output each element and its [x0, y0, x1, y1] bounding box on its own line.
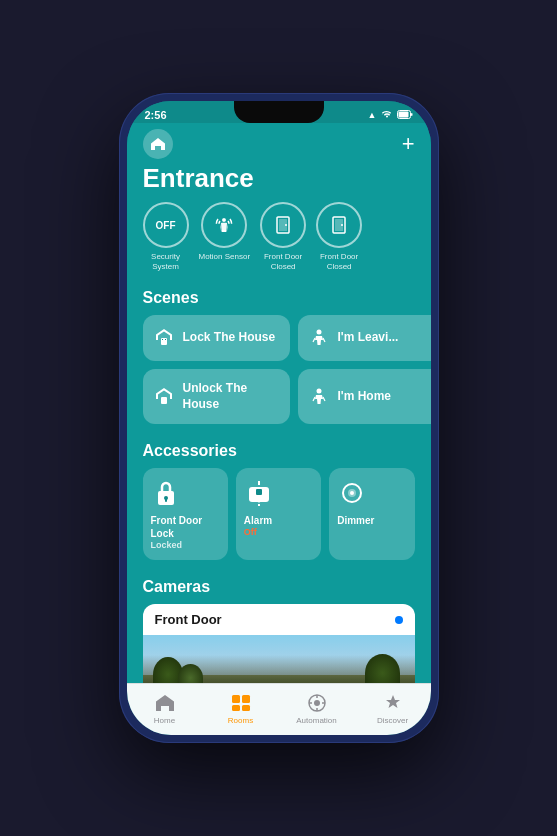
door1-label: Front DoorClosed — [264, 252, 302, 271]
accessory-dimmer[interactable]: Dimmer — [329, 468, 414, 560]
device-circle-door1[interactable] — [260, 202, 306, 248]
camera-front-door[interactable]: Front Door — [143, 604, 415, 683]
tab-discover-label: Discover — [377, 716, 408, 725]
security-status: OFF — [156, 220, 176, 231]
camera-preview — [143, 635, 415, 683]
tab-discover-icon — [382, 692, 404, 714]
scenes-grid: Lock The House I'm Leavi... — [143, 315, 431, 424]
dimmer-name: Dimmer — [337, 514, 374, 527]
svg-point-22 — [350, 491, 354, 495]
device-front-door-1[interactable]: Front DoorClosed — [260, 202, 306, 271]
svg-rect-24 — [242, 695, 250, 703]
svg-rect-23 — [232, 695, 240, 703]
svg-point-9 — [341, 224, 343, 226]
phone-notch — [234, 101, 324, 123]
svg-rect-18 — [256, 489, 262, 495]
svg-rect-10 — [161, 338, 167, 345]
scene-lock-house[interactable]: Lock The House — [143, 315, 290, 361]
unlock-house-icon — [153, 386, 175, 408]
device-circle-door2[interactable] — [316, 202, 362, 248]
svg-rect-26 — [242, 705, 250, 711]
tab-discover[interactable]: Discover — [355, 692, 431, 725]
main-scroll[interactable]: + Entrance OFF SecuritySystem — [127, 123, 431, 683]
svg-point-19 — [257, 500, 260, 503]
device-circle-security[interactable]: OFF — [143, 202, 189, 248]
header-bar: + — [127, 123, 431, 159]
lock-house-label: Lock The House — [183, 330, 276, 346]
tab-rooms[interactable]: Rooms — [203, 692, 279, 725]
accessory-alarm[interactable]: Alarm Off — [236, 468, 321, 560]
svg-point-11 — [316, 330, 321, 335]
tab-rooms-icon — [230, 692, 252, 714]
lock-house-icon — [153, 327, 175, 349]
device-security[interactable]: OFF SecuritySystem — [143, 202, 189, 271]
tab-rooms-label: Rooms — [228, 716, 253, 725]
home-nav-button[interactable] — [143, 129, 173, 159]
camera-header: Front Door — [143, 604, 415, 635]
cameras-title: Cameras — [127, 572, 431, 604]
tab-bar: Home Rooms — [127, 683, 431, 735]
scene-im-home[interactable]: I'm Home — [298, 369, 431, 424]
camera-live-dot — [395, 616, 403, 624]
cameras-section: Front Door — [127, 604, 431, 683]
svg-rect-1 — [398, 111, 408, 117]
tab-automation-icon — [306, 692, 328, 714]
alarm-name: Alarm — [244, 514, 272, 527]
home-icon — [308, 386, 330, 408]
accessory-front-door-lock[interactable]: Front DoorLock Locked — [143, 468, 228, 560]
svg-rect-2 — [411, 113, 413, 116]
tab-automation[interactable]: Automation — [279, 692, 355, 725]
svg-rect-12 — [161, 397, 167, 404]
lock-name: Front DoorLock — [151, 514, 203, 540]
unlock-house-label: Unlock The House — [183, 381, 280, 412]
tab-home-label: Home — [154, 716, 175, 725]
device-front-door-2[interactable]: Front DoorClosed — [316, 202, 362, 271]
status-icons: ▲ — [368, 109, 413, 121]
tab-home[interactable]: Home — [127, 692, 203, 725]
camera-name: Front Door — [155, 612, 222, 627]
battery-icon — [397, 110, 413, 121]
svg-point-28 — [314, 700, 320, 706]
accessories-grid: Front DoorLock Locked Alarm Off — [127, 468, 431, 572]
scenes-title: Scenes — [127, 283, 431, 315]
home-label: I'm Home — [338, 389, 392, 405]
lock-icon — [151, 478, 181, 508]
svg-point-6 — [285, 224, 287, 226]
tab-automation-label: Automation — [296, 716, 336, 725]
svg-rect-25 — [232, 705, 240, 711]
svg-point-13 — [316, 388, 321, 393]
status-time: 2:56 — [145, 109, 167, 121]
security-label: SecuritySystem — [151, 252, 180, 271]
scene-unlock-house[interactable]: Unlock The House — [143, 369, 290, 424]
phone-screen: 2:56 ▲ — [127, 101, 431, 735]
leaving-label: I'm Leavi... — [338, 330, 399, 346]
leaving-icon — [308, 327, 330, 349]
wifi-icon — [381, 109, 393, 121]
door2-label: Front DoorClosed — [320, 252, 358, 271]
signal-icon: ▲ — [368, 110, 377, 120]
motion-label: Motion Sensor — [199, 252, 251, 262]
alarm-icon — [244, 478, 274, 508]
scene-im-leaving[interactable]: I'm Leavi... — [298, 315, 431, 361]
device-circle-motion[interactable] — [201, 202, 247, 248]
alarm-status: Off — [244, 527, 257, 537]
accessories-title: Accessories — [127, 436, 431, 468]
lock-status: Locked — [151, 540, 183, 550]
scenes-wrapper: Lock The House I'm Leavi... — [127, 315, 431, 436]
device-motion[interactable]: Motion Sensor — [199, 202, 251, 271]
tab-home-icon — [154, 692, 176, 714]
add-button[interactable]: + — [402, 133, 415, 155]
svg-rect-16 — [165, 498, 167, 502]
devices-row: OFF SecuritySystem — [127, 202, 431, 283]
page-title: Entrance — [127, 159, 431, 202]
dimmer-icon — [337, 478, 367, 508]
svg-point-3 — [222, 218, 226, 222]
phone-frame: 2:56 ▲ — [119, 93, 439, 743]
